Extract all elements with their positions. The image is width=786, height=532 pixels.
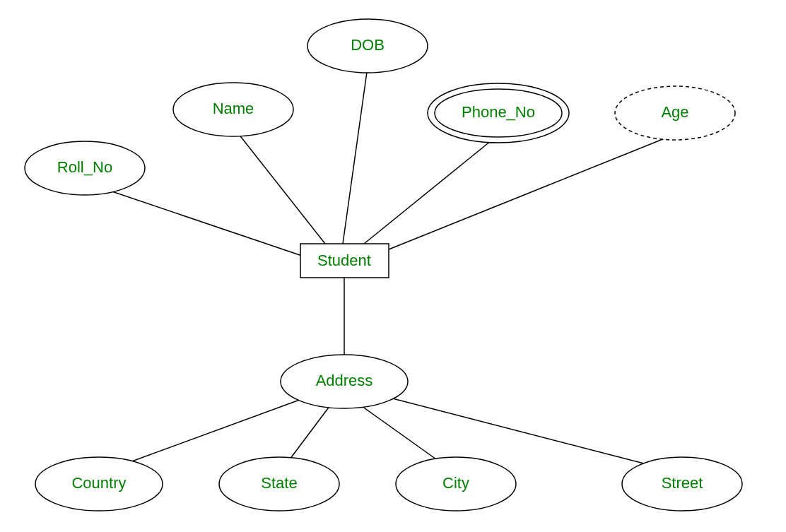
edge-student-dob [343,67,368,244]
attr-state-label: State [261,474,297,492]
attr-street-label: Street [662,474,703,492]
attr-dob: DOB [307,19,428,73]
attr-dob-label: DOB [351,36,385,54]
attr-address-label: Address [316,372,373,389]
attr-age: Age [615,86,735,140]
edge-student-rollno [85,182,304,256]
attr-phone-no-label: Phone_No [462,103,535,121]
attr-country-label: Country [71,474,126,492]
attr-name-label: Name [213,100,254,117]
attr-city-label: City [442,474,469,492]
entity-student: Student [300,244,389,278]
attr-roll-no-label: Roll_No [57,158,112,176]
edge-student-name [233,127,325,244]
entity-student-label: Student [317,252,371,269]
attr-roll-no: Roll_No [25,141,145,195]
attr-age-label: Age [661,103,688,121]
edge-student-phoneno [364,138,495,244]
attr-address: Address [281,355,408,408]
edge-student-age [385,134,675,251]
attr-phone-no: Phone_No [428,83,569,143]
attr-name: Name [173,83,293,136]
attr-street: Street [622,457,742,511]
er-diagram: Student Roll_No Name DOB Phone_No Age Ad… [0,0,786,532]
attr-city: City [396,457,516,511]
attr-state: State [219,457,339,511]
attr-country: Country [35,457,163,511]
